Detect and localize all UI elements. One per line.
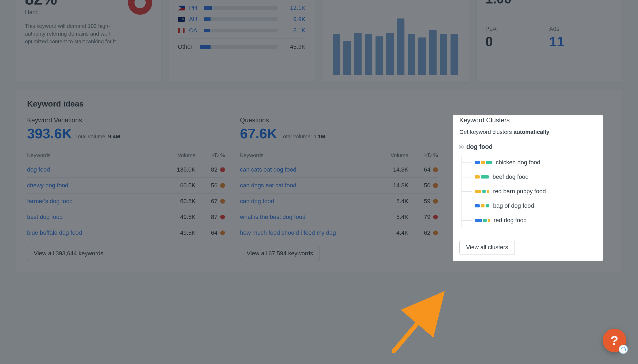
volume-value: 49.5K: [158, 209, 196, 225]
cluster-chips-icon: [475, 190, 489, 193]
trend-bar: [418, 37, 426, 75]
cluster-leaf[interactable]: red barn puppy food: [462, 184, 596, 199]
questions-total-volume: Total volume: 1.1M: [280, 134, 325, 140]
help-button[interactable]: ?: [603, 329, 626, 352]
table-row: farmer's dog food60.5K67: [27, 194, 225, 209]
kd-dot-icon: [433, 199, 438, 204]
cluster-root-label: dog food: [466, 143, 493, 150]
view-all-variations-button[interactable]: View all 393,644 keywords: [27, 246, 110, 261]
keyword-link[interactable]: how much food should i feed my dog: [240, 229, 336, 236]
trend-bar: [333, 34, 340, 75]
table-row: chewy dog food60.5K56: [27, 178, 225, 194]
trend-bar: [440, 34, 447, 75]
table-row: can cats eat dog food14.8K64: [240, 162, 438, 178]
volume-value: 5.4K: [371, 194, 408, 209]
keyword-link[interactable]: blue buffalo dog food: [27, 229, 82, 236]
kd-value: 67: [211, 198, 225, 205]
ads-value[interactable]: 11: [549, 34, 613, 50]
view-all-questions-button[interactable]: View all 67,594 keywords: [240, 246, 320, 261]
difficulty-percent: 82%: [25, 0, 123, 7]
geo-value: 22.2K: [282, 0, 305, 0]
keyword-link[interactable]: can dog food: [240, 198, 274, 204]
clusters-subtitle: Get keyword clusters automatically: [459, 129, 596, 135]
geo-row[interactable]: AU9.9K: [178, 14, 306, 25]
table-row: how much food should i feed my dog4.4K62: [240, 225, 438, 241]
kd-value: 79: [424, 214, 438, 221]
geo-value: 12.1K: [282, 5, 305, 12]
svg-line-0: [394, 298, 439, 351]
cluster-root-dot-icon: [459, 145, 463, 149]
ads-label: Ads: [549, 25, 613, 32]
geo-bar: [204, 29, 278, 32]
keyword-link[interactable]: what is the best dog food: [240, 214, 306, 220]
clusters-heading: Keyword Clusters: [459, 116, 596, 124]
cluster-tree: chicken dog foodbeef dog foodred barn pu…: [461, 155, 596, 228]
trend-bar: [429, 30, 437, 75]
kd-dot-icon: [433, 167, 438, 172]
kd-dot-icon: [433, 230, 438, 235]
keyword-variations-column: Keyword Variations 393.6K Total volume: …: [27, 116, 240, 261]
volume-value: 14.8K: [371, 178, 408, 194]
volume-value: 49.5K: [158, 225, 196, 241]
questions-count[interactable]: 67.6K: [240, 126, 277, 142]
trend-bar: [397, 18, 404, 75]
cluster-leaf-label: bag of dog food: [493, 202, 534, 209]
difficulty-description: This keyword will demand 102 high-author…: [25, 22, 123, 46]
kd-value: 59: [424, 198, 438, 205]
keyword-link[interactable]: chewy dog food: [27, 182, 68, 189]
variations-count[interactable]: 393.6K: [27, 126, 72, 142]
keyword-link[interactable]: dog food: [27, 166, 50, 173]
col-keywords: Keywords: [27, 149, 158, 162]
keyword-clusters-column: Keyword Clusters Get keyword clusters au…: [453, 116, 611, 261]
variations-total-volume: Total volume: 9.4M: [75, 134, 120, 140]
help-icon: ?: [610, 333, 618, 348]
kd-value: 62: [424, 229, 438, 236]
cluster-root[interactable]: dog food: [459, 143, 596, 150]
global-volume-card: UK22.2KPH12.1KAU9.9KCA8.1KOther45.9K: [169, 0, 314, 82]
volume-value: 60.5K: [158, 178, 196, 194]
kd-dot-icon: [220, 230, 225, 235]
keyword-link[interactable]: can dogs eat cat food: [240, 182, 296, 189]
annotation-arrow-icon: [372, 290, 453, 359]
cluster-chips-icon: [475, 175, 489, 179]
geo-value: 8.1K: [282, 27, 305, 34]
geo-row[interactable]: UK22.2K: [178, 0, 306, 2]
kd-value: 64: [424, 166, 438, 173]
view-all-clusters-button[interactable]: View all clusters: [459, 240, 515, 255]
pla-label: PLA: [485, 25, 549, 32]
chat-sub-icon: [619, 345, 628, 354]
geo-row[interactable]: CA8.1K: [178, 25, 306, 36]
difficulty-donut-icon: [127, 0, 153, 15]
cluster-leaf[interactable]: chicken dog food: [462, 155, 596, 170]
geo-row[interactable]: PH12.1K: [178, 2, 306, 14]
trend-bar: [386, 33, 394, 75]
table-row: can dog food5.4K59: [240, 194, 438, 209]
keyword-link[interactable]: farmer's dog food: [27, 198, 73, 204]
kd-dot-icon: [433, 183, 438, 188]
flag-icon: [178, 28, 185, 33]
cluster-leaf[interactable]: beef dog food: [462, 170, 596, 184]
variations-table: Keywords Volume KD % dog food135.0K82 ch…: [27, 149, 225, 241]
cluster-leaf[interactable]: red dog food: [462, 213, 596, 228]
flag-icon: [178, 17, 185, 22]
trend-chart-card: [322, 0, 469, 82]
keyword-link[interactable]: best dog food: [27, 214, 63, 220]
kd-value: 64: [211, 229, 225, 236]
difficulty-label: Hard: [25, 9, 123, 16]
questions-column: Questions 67.6K Total volume: 1.1M Keywo…: [240, 116, 453, 261]
trend-bar: [365, 34, 372, 75]
cluster-leaf-label: chicken dog food: [496, 159, 540, 166]
volume-value: 5.4K: [371, 209, 408, 225]
cluster-leaf-label: beef dog food: [493, 173, 529, 180]
trend-bar: [451, 34, 458, 75]
questions-heading: Questions: [240, 116, 438, 124]
kd-dot-icon: [220, 183, 225, 188]
cluster-leaf[interactable]: bag of dog food: [462, 199, 596, 213]
trend-bar: [376, 36, 383, 75]
geo-country-code: UK: [189, 0, 200, 0]
geo-bar: [200, 45, 278, 49]
col-kd: KD %: [196, 149, 225, 162]
questions-table: Keywords Volume KD % can cats eat dog fo…: [240, 149, 438, 241]
pla-value: 0: [485, 34, 549, 50]
keyword-link[interactable]: can cats eat dog food: [240, 166, 296, 173]
